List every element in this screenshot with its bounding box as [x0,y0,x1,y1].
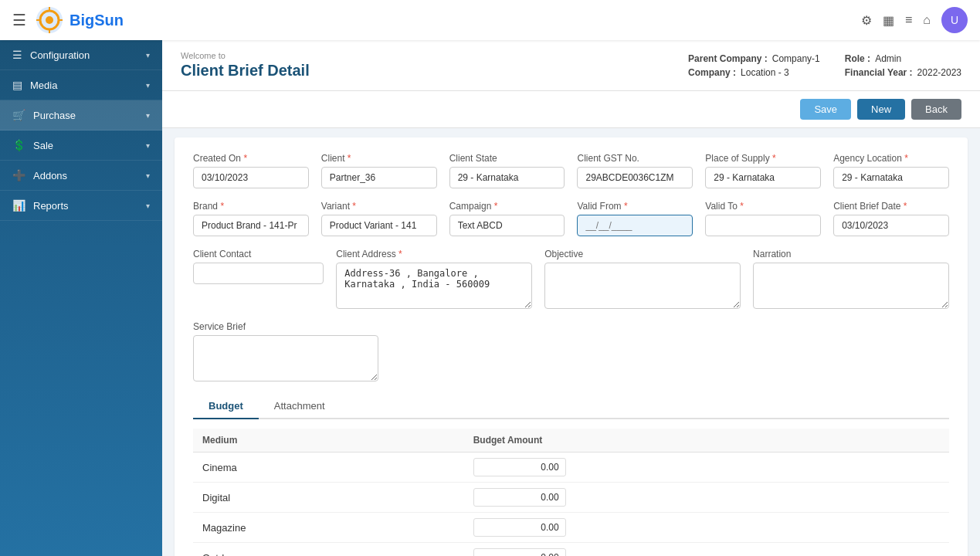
role-row: Role : Admin [845,53,961,64]
hamburger-icon[interactable]: ☰ [12,11,26,29]
table-row: Magazine [193,513,949,543]
brand-logo: BigSun [36,6,124,34]
purchase-icon: 🛒 [12,109,25,121]
budget-amount-input[interactable] [473,548,566,556]
navbar: ☰ BigSun ⚙ ▦ ≡ ⌂ U [0,0,980,40]
parent-company-label: Parent Company : [688,53,768,64]
sidebar-item-configuration[interactable]: ☰ Configuration ▾ [0,40,162,70]
client-contact-group: Client Contact [193,249,324,309]
toolbar: Save New Back [162,91,980,128]
page-header: Welcome to Client Brief Detail Parent Co… [162,40,980,91]
valid-to-label: Valid To * [705,201,821,212]
company-row: Company : Location - 3 [688,67,820,78]
col-amount: Budget Amount [464,429,949,453]
sidebar: ☰ Configuration ▾ ▤ Media ▾ 🛒 Purchase ▾… [0,40,162,556]
campaign-label: Campaign * [449,201,565,212]
place-of-supply-input[interactable] [705,167,821,188]
page-header-left: Welcome to Client Brief Detail [181,51,310,80]
sidebar-label-reports: Reports [33,200,69,212]
addons-icon: ➕ [12,169,25,181]
sidebar-label-media: Media [30,80,57,91]
budget-amount-input[interactable] [473,488,566,507]
main-layout: ☰ Configuration ▾ ▤ Media ▾ 🛒 Purchase ▾… [0,40,980,556]
table-row: Outdoor [193,543,949,557]
media-icon: ▤ [12,79,22,91]
valid-to-input[interactable] [705,215,821,236]
narration-input[interactable] [753,263,949,309]
form-row-4: Service Brief [193,321,949,381]
form-row-1: Created On * Client * Client State [193,153,949,188]
campaign-input[interactable] [449,215,565,236]
agency-location-group: Agency Location * [833,153,949,188]
sidebar-label-configuration: Configuration [30,49,90,61]
settings-icon[interactable]: ⚙ [861,13,872,28]
sidebar-label-purchase: Purchase [33,110,76,121]
table-row: Cinema [193,453,949,483]
valid-from-label: Valid From * [577,201,693,212]
objective-label: Objective [544,249,741,259]
campaign-group: Campaign * [449,201,565,236]
avatar[interactable]: U [941,7,968,33]
place-of-supply-group: Place of Supply * [705,153,821,188]
parent-company-row: Parent Company : Company-1 [688,53,820,64]
objective-input[interactable] [544,263,741,309]
form-row-2: Brand * Variant * Campaign * [193,201,949,236]
variant-input[interactable] [321,215,437,236]
valid-to-group: Valid To * [705,201,821,236]
client-group: Client * [321,153,437,188]
client-address-label: Client Address * [336,249,532,259]
tab-budget[interactable]: Budget [193,394,259,419]
parent-company-value: Company-1 [772,53,820,64]
client-gst-input[interactable] [577,167,693,188]
configuration-icon: ☰ [12,49,22,61]
client-label: Client * [321,153,437,164]
back-button[interactable]: Back [911,99,961,120]
created-on-input[interactable] [193,167,309,188]
client-brief-date-input[interactable] [833,215,949,236]
tab-attachment[interactable]: Attachment [259,394,341,419]
navbar-icons: ⚙ ▦ ≡ ⌂ U [861,7,968,33]
sale-icon: 💲 [12,139,25,151]
list-icon[interactable]: ≡ [905,13,912,27]
agency-location-input[interactable] [833,167,949,188]
client-contact-label: Client Contact [193,249,324,259]
client-input[interactable] [321,167,437,188]
narration-group: Narration [753,249,949,309]
brand-input[interactable] [193,215,309,236]
sidebar-item-reports[interactable]: 📊 Reports ▾ [0,191,162,221]
home-icon[interactable]: ⌂ [923,13,931,27]
client-address-input[interactable]: Address-36 , Bangalore , Karnataka , Ind… [336,263,532,309]
role-info-group: Role : Admin Financial Year : 2022-2023 [845,53,961,78]
grid-icon[interactable]: ▦ [883,13,894,28]
chevron-icon: ▾ [146,51,150,59]
client-state-input[interactable] [449,167,565,188]
medium-cell: Digital [193,483,464,513]
sidebar-item-addons[interactable]: ➕ Addons ▾ [0,161,162,191]
sidebar-item-media[interactable]: ▤ Media ▾ [0,70,162,100]
objective-group: Objective [544,249,741,309]
budget-amount-input[interactable] [473,458,566,476]
page-title: Client Brief Detail [181,62,310,80]
brand-label: Brand * [193,201,309,212]
financial-year-label: Financial Year : [845,67,913,78]
client-contact-input[interactable] [193,263,324,284]
service-brief-input[interactable] [193,335,378,381]
new-button[interactable]: New [857,99,905,120]
save-button[interactable]: Save [800,99,851,120]
client-brief-date-label: Client Brief Date * [833,201,949,212]
company-value: Location - 3 [741,67,789,78]
amount-cell [464,513,949,543]
client-address-group: Client Address * Address-36 , Bangalore … [336,249,532,309]
form-area: Created On * Client * Client State [175,137,968,556]
table-row: Digital [193,483,949,513]
medium-cell: Magazine [193,513,464,543]
created-on-label: Created On * [193,153,309,164]
sidebar-item-purchase[interactable]: 🛒 Purchase ▾ [0,100,162,131]
budget-amount-input[interactable] [473,518,566,537]
role-value: Admin [875,53,901,64]
budget-table: Medium Budget Amount Cinema Digital Maga… [193,429,949,556]
sidebar-item-sale[interactable]: 💲 Sale ▾ [0,131,162,161]
valid-from-input[interactable] [577,215,693,236]
created-on-group: Created On * [193,153,309,188]
brand-name: BigSun [70,12,124,29]
